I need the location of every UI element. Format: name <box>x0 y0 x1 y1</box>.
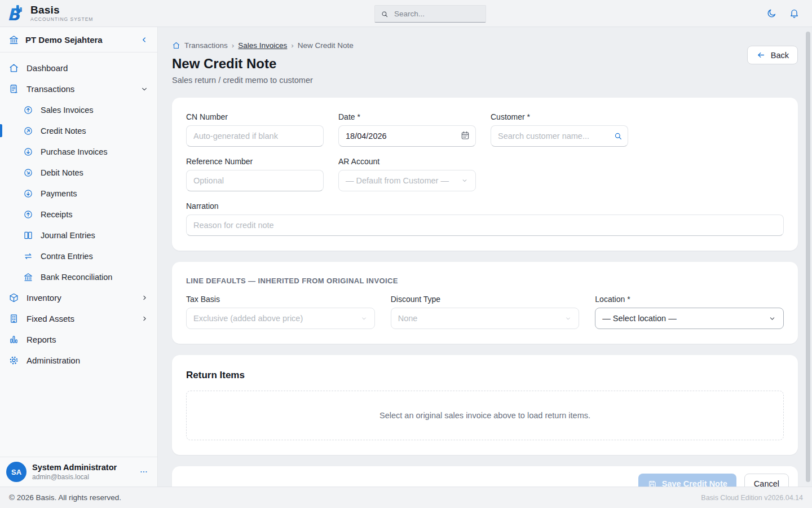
customer-search-input[interactable] <box>491 125 628 147</box>
basis-logo-icon: B <box>6 3 26 24</box>
ellipsis-icon <box>139 467 149 477</box>
receipt-icon <box>8 84 19 94</box>
sidebar-item-label: Journal Entries <box>41 231 95 240</box>
tax-basis-select: Exclusive (added above price) <box>186 308 375 329</box>
scrollbar[interactable] <box>806 28 811 484</box>
sidebar-item-debit-notes[interactable]: Debit Notes <box>0 162 157 183</box>
company-name: PT Demo Sejahtera <box>25 35 133 45</box>
location-value: — Select location — <box>602 314 676 323</box>
gear-icon <box>8 355 19 366</box>
sidebar-item-journal-entries[interactable]: Journal Entries <box>0 225 157 246</box>
circle-arrow-down-icon <box>23 189 33 199</box>
topbar: B Basis ACCOUNTING SYSTEM <box>0 0 812 27</box>
breadcrumb-separator: › <box>291 41 294 50</box>
swap-icon <box>23 251 33 261</box>
ar-account-label: AR Account <box>338 157 476 166</box>
tax-basis-label: Tax Basis <box>186 295 375 304</box>
moon-icon <box>766 8 777 19</box>
discount-type-field: Discount Type None <box>391 295 580 329</box>
sidebar-item-contra-entries[interactable]: Contra Entries <box>0 246 157 266</box>
sidebar-item-fixed-assets[interactable]: Fixed Assets <box>0 308 157 329</box>
sidebar-item-label: Fixed Assets <box>27 314 74 323</box>
sidebar-item-label: Transactions <box>27 84 74 94</box>
cn-number-input[interactable] <box>186 125 324 147</box>
narration-field: Narration <box>186 202 784 236</box>
circle-arrow-down-right-icon <box>23 168 33 178</box>
user-profile: SA System Administrator admin@basis.loca… <box>0 457 157 487</box>
location-field: Location * — Select location — <box>595 295 784 329</box>
discount-type-select: None <box>391 308 580 329</box>
breadcrumb-separator: › <box>232 41 235 50</box>
back-button[interactable]: Back <box>747 46 798 64</box>
cancel-button[interactable]: Cancel <box>744 474 789 487</box>
sidebar-item-receipts[interactable]: Receipts <box>0 204 157 225</box>
copyright-text: © 2026 Basis. All rights reserved. <box>9 493 121 502</box>
sidebar-item-label: Dashboard <box>27 63 68 73</box>
sidebar-item-inventory[interactable]: Inventory <box>0 287 157 308</box>
chevron-down-icon <box>564 315 572 322</box>
cancel-button-label: Cancel <box>754 479 779 487</box>
ar-account-value: — Default from Customer — <box>346 176 449 185</box>
global-search[interactable] <box>374 5 486 23</box>
scrollbar-thumb[interactable] <box>806 32 810 482</box>
bank-icon <box>23 272 33 282</box>
date-input[interactable] <box>338 125 476 147</box>
sidebar-item-sales-invoices[interactable]: Sales Invoices <box>0 99 157 120</box>
breadcrumb-link-sales-invoices[interactable]: Sales Invoices <box>238 41 287 50</box>
location-select[interactable]: — Select location — <box>595 308 784 329</box>
location-label: Location * <box>595 295 784 304</box>
circle-arrow-down-icon <box>23 147 33 157</box>
sidebar-item-label: Inventory <box>27 293 61 303</box>
sidebar-item-transactions[interactable]: Transactions <box>0 78 157 99</box>
tax-basis-field: Tax Basis Exclusive (added above price) <box>186 295 375 329</box>
narration-label: Narration <box>186 202 784 211</box>
return-items-heading: Return Items <box>186 370 784 381</box>
reference-number-input[interactable] <box>186 170 324 191</box>
footer: © 2026 Basis. All rights reserved. Basis… <box>0 487 812 508</box>
sidebar-item-bank-reconciliation[interactable]: Bank Reconciliation <box>0 266 157 287</box>
dark-mode-toggle[interactable] <box>766 8 777 19</box>
search-input[interactable] <box>393 9 480 19</box>
chevron-down-icon <box>360 315 368 322</box>
circle-arrow-up-right-icon <box>23 126 33 136</box>
svg-text:B: B <box>7 5 21 24</box>
back-arrow-icon <box>756 50 766 60</box>
sidebar-collapse-button[interactable] <box>139 35 149 45</box>
breadcrumb-root[interactable]: Transactions <box>184 41 228 50</box>
circle-arrow-up-icon <box>23 209 33 220</box>
ar-account-field: AR Account — Default from Customer — <box>338 157 476 191</box>
page-title: New Credit Note <box>172 56 798 72</box>
return-items-card: Return Items Select an original sales in… <box>172 355 798 455</box>
chevron-right-icon <box>140 294 149 302</box>
tax-basis-value: Exclusive (added above price) <box>193 314 303 323</box>
ar-account-select[interactable]: — Default from Customer — <box>338 170 476 191</box>
cn-number-label: CN Number <box>186 112 324 121</box>
sidebar-item-label: Contra Entries <box>41 252 93 261</box>
sidebar-item-payments[interactable]: Payments <box>0 183 157 204</box>
user-email: admin@basis.local <box>32 473 117 481</box>
sidebar-item-label: Payments <box>41 189 77 198</box>
sidebar-item-purchase-invoices[interactable]: Purchase Invoices <box>0 141 157 162</box>
save-credit-note-button[interactable]: Save Credit Note <box>638 474 736 487</box>
breadcrumb-home-icon[interactable] <box>172 41 180 50</box>
user-menu-button[interactable] <box>136 467 151 477</box>
sidebar-nav: Dashboard Transactions Sales Invoices Cr… <box>0 52 157 371</box>
breadcrumb: Transactions › Sales Invoices › New Cred… <box>172 41 798 50</box>
form-actions-bar: Save Credit Note Cancel <box>172 466 798 487</box>
sidebar-item-label: Debit Notes <box>41 168 83 177</box>
sidebar-item-credit-notes[interactable]: Credit Notes <box>0 120 157 141</box>
bank-icon <box>8 34 19 45</box>
credit-note-form-card: CN Number Date * Customer * <box>172 98 798 251</box>
sidebar-item-reports[interactable]: Reports <box>0 329 157 350</box>
sidebar-item-administration[interactable]: Administration <box>0 350 157 371</box>
narration-input[interactable] <box>186 214 784 236</box>
sidebar: PT Demo Sejahtera Dashboard Transactions… <box>0 27 158 487</box>
company-selector[interactable]: PT Demo Sejahtera <box>0 27 157 52</box>
sidebar-item-label: Administration <box>27 356 80 365</box>
box-icon <box>8 292 19 303</box>
chevron-left-icon <box>139 35 149 45</box>
return-items-empty-message: Select an original sales invoice above t… <box>379 411 590 420</box>
sidebar-item-dashboard[interactable]: Dashboard <box>0 58 157 78</box>
circle-arrow-up-icon <box>23 105 33 115</box>
notifications-button[interactable] <box>789 8 800 19</box>
